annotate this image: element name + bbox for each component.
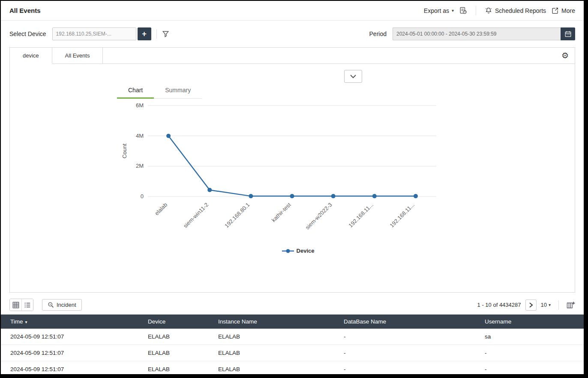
filter-funnel-icon[interactable] — [162, 30, 169, 38]
column-header-time[interactable]: Time▾ — [1, 314, 141, 329]
period-input[interactable] — [393, 27, 561, 40]
more-label: More — [561, 7, 575, 14]
table-cell: ELALAB — [141, 361, 211, 375]
divider — [156, 29, 157, 39]
tab-device[interactable]: device — [10, 48, 52, 64]
collapse-chart-button[interactable] — [344, 70, 362, 83]
incident-search-icon — [48, 302, 54, 308]
chart-area: Chart Summary 02M4M6MCountelalabsiem-win… — [117, 83, 479, 254]
tab-chart[interactable]: Chart — [117, 83, 154, 98]
svg-text:siem-win11-2: siem-win11-2 — [182, 202, 210, 230]
svg-text:6M: 6M — [136, 102, 144, 109]
table-cell: - — [337, 329, 478, 345]
page-size-select[interactable]: 10 ▾ — [541, 302, 551, 308]
more-button[interactable]: More — [551, 7, 575, 15]
page-title: All Events — [9, 7, 41, 14]
more-icon — [551, 7, 559, 15]
topbar-actions: Export as ▾ — [424, 6, 575, 15]
chevron-down-icon: ▾ — [452, 8, 454, 13]
table-cell: ELALAB — [141, 345, 211, 361]
table-cell: 2024-05-09 12:51:07 — [1, 345, 141, 361]
scheduled-reports-button[interactable]: Scheduled Reports — [485, 7, 546, 15]
tab-summary[interactable]: Summary — [154, 83, 202, 98]
export-as-button[interactable]: Export as ▾ — [424, 7, 454, 14]
panel-tab-bar: device All Events ⚙ — [10, 48, 575, 64]
tab-all-events[interactable]: All Events — [52, 48, 103, 64]
table-cell: ELALAB — [211, 361, 337, 375]
svg-text:192.168.11...: 192.168.11... — [388, 202, 416, 229]
table-header-row: Time▾DeviceInstance NameDataBase NameUse… — [1, 314, 584, 329]
top-bar: All Events Export as ▾ — [1, 1, 584, 21]
divider — [476, 6, 476, 15]
pagination-text: 1 - 10 of 4434287 — [477, 302, 521, 308]
table-toolbar: Incident 1 - 10 of 4434287 10 ▾ — [1, 293, 584, 314]
events-table: Time▾DeviceInstance NameDataBase NameUse… — [1, 314, 584, 374]
svg-text:192.168.11...: 192.168.11... — [347, 202, 375, 229]
table-body: 2024-05-09 12:51:07ELALABELALAB-sa2024-0… — [1, 329, 584, 374]
divider — [558, 300, 559, 310]
filter-row: Select Device + Period — [1, 21, 584, 45]
chart-legend[interactable]: Device — [117, 248, 479, 254]
chevron-down-icon — [350, 74, 357, 79]
table-cell: ELALAB — [211, 345, 337, 361]
add-column-icon[interactable] — [567, 301, 575, 309]
svg-text:2M: 2M — [136, 163, 144, 169]
table-cell: sa — [478, 329, 584, 345]
add-device-button[interactable]: + — [138, 27, 151, 40]
svg-text:kathir-test: kathir-test — [270, 201, 292, 223]
scheduled-reports-label: Scheduled Reports — [495, 7, 546, 14]
report-panel: device All Events ⚙ Chart Summary 02M4M6… — [9, 47, 575, 293]
incident-label: Incident — [57, 302, 76, 308]
select-device-input[interactable] — [52, 27, 136, 40]
grid-view-icon[interactable] — [10, 299, 21, 311]
export-as-label: Export as — [424, 7, 449, 14]
table-cell: - — [337, 345, 478, 361]
pagination: 1 - 10 of 4434287 10 ▾ — [477, 299, 575, 311]
page: All Events Export as ▾ — [1, 1, 584, 374]
bell-icon — [485, 7, 492, 15]
column-header-device[interactable]: Device — [141, 314, 211, 329]
table-cell: 2024-05-09 12:51:07 — [1, 329, 141, 345]
page-size-value: 10 — [541, 302, 547, 308]
svg-text:4M: 4M — [136, 133, 144, 139]
table-row[interactable]: 2024-05-09 12:51:07ELALABELALAB-sa — [1, 329, 584, 345]
svg-text:elalab: elalab — [153, 202, 168, 217]
calendar-icon — [564, 30, 572, 38]
table-cell: - — [337, 361, 478, 375]
table-cell: 2024-05-09 12:51:07 — [1, 361, 141, 375]
table-row[interactable]: 2024-05-09 12:51:07ELALABELALAB-- — [1, 361, 584, 375]
incident-button[interactable]: Incident — [42, 299, 82, 311]
column-header-database-name[interactable]: DataBase Name — [337, 314, 478, 329]
column-header-username[interactable]: Username — [478, 314, 584, 329]
legend-label: Device — [297, 248, 315, 254]
period-group: Period — [369, 27, 575, 40]
svg-text:siem-w2022-3: siem-w2022-3 — [304, 202, 333, 231]
period-label: Period — [369, 30, 387, 37]
chart-tab-bar: Chart Summary — [117, 83, 202, 99]
view-toggle — [9, 299, 33, 311]
report-history-icon[interactable] — [459, 6, 467, 15]
table-cell: ELALAB — [211, 329, 337, 345]
table-row[interactable]: 2024-05-09 12:51:07ELALABELALAB-- — [1, 345, 584, 361]
sort-caret-icon[interactable]: ▾ — [25, 320, 27, 324]
device-count-chart[interactable]: 02M4M6MCountelalabsiem-win11-2192.168.80… — [117, 99, 479, 247]
svg-text:Count: Count — [121, 143, 128, 158]
table-cell: - — [478, 361, 584, 375]
calendar-button[interactable] — [561, 27, 575, 40]
chevron-right-icon — [528, 302, 534, 308]
select-device-label: Select Device — [9, 30, 46, 37]
legend-marker-icon — [282, 249, 294, 253]
chevron-down-icon: ▾ — [549, 302, 551, 307]
svg-text:192.168.80.1: 192.168.80.1 — [223, 202, 251, 229]
gear-icon[interactable]: ⚙ — [561, 51, 569, 60]
list-view-icon[interactable] — [21, 299, 33, 311]
table-cell: ELALAB — [141, 329, 211, 345]
next-page-button[interactable] — [525, 299, 537, 311]
column-header-instance-name[interactable]: Instance Name — [211, 314, 337, 329]
svg-text:0: 0 — [141, 193, 144, 200]
table-cell: - — [478, 345, 584, 361]
